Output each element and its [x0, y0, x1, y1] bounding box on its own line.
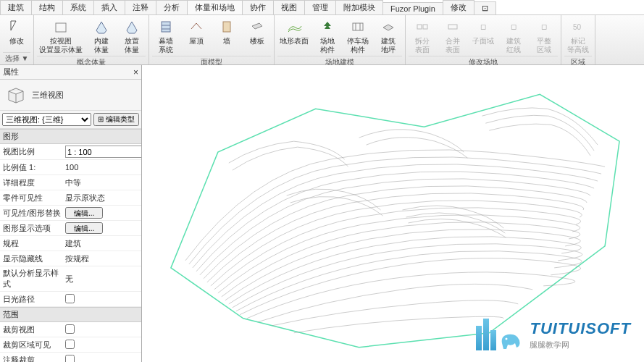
- group-label-select[interactable]: 选择 ▼: [3, 52, 30, 64]
- svg-rect-4: [223, 22, 230, 32]
- vis-edit-button[interactable]: 编辑...: [65, 207, 103, 219]
- roof-button[interactable]: 屋顶: [183, 17, 210, 47]
- wall-button[interactable]: 墙: [213, 17, 241, 47]
- tab-2[interactable]: 系统: [62, 0, 94, 14]
- svg-rect-9: [423, 25, 427, 29]
- tab-bar: 建筑结构系统插入注释分析体量和场地协作视图管理附加模块Fuzor Plugin修…: [0, 0, 644, 15]
- propline-button: ◻建筑红线: [500, 17, 527, 56]
- tab-3[interactable]: 插入: [93, 0, 125, 14]
- subregion-button: ◻子面域: [469, 17, 497, 47]
- crop-check[interactable]: [65, 324, 75, 334]
- type-icon: [4, 85, 26, 104]
- tab-0[interactable]: 建筑: [0, 0, 32, 14]
- cropvis-check[interactable]: [65, 340, 75, 349]
- ribbon: 修改 选择 ▼ 按视图设置显示体量 内建体量 放置体量 概念体量 幕墙系统 屋顶…: [0, 15, 644, 65]
- place-mass-button[interactable]: 放置体量: [118, 17, 146, 56]
- svg-rect-8: [417, 25, 422, 29]
- close-icon[interactable]: ×: [133, 67, 138, 77]
- tab-10[interactable]: 附加模块: [335, 0, 383, 14]
- flat-button: ◻平整区域: [530, 17, 558, 56]
- tab-7[interactable]: 协作: [242, 0, 274, 14]
- sunpath-check[interactable]: [65, 294, 75, 303]
- topo-button[interactable]: 地形表面: [277, 17, 311, 47]
- curtain-button[interactable]: 幕墙系统: [152, 17, 180, 56]
- svg-rect-10: [448, 25, 457, 29]
- svg-text:50: 50: [573, 23, 582, 31]
- edit-type-button[interactable]: ⊞ 编辑类型: [93, 113, 139, 126]
- watermark: TUITUISOFT 腿腿教学网: [476, 319, 631, 350]
- tab-5[interactable]: 分析: [156, 0, 188, 14]
- tab-6[interactable]: 体量和场地: [187, 0, 243, 14]
- tab-13[interactable]: ⊡: [474, 1, 496, 14]
- property-grid[interactable]: 图形 视图比例 比例值 1:100 详细程度中等 零件可见性显示原状态 可见性/…: [0, 129, 141, 362]
- pad-button[interactable]: 建筑地坪: [375, 17, 402, 56]
- byview-button[interactable]: 按视图设置显示体量: [37, 17, 85, 56]
- scale-input[interactable]: [65, 146, 141, 158]
- tab-9[interactable]: 管理: [304, 0, 336, 14]
- modify-button[interactable]: 修改: [3, 17, 30, 47]
- terrain-surface[interactable]: [142, 65, 644, 362]
- parking-button[interactable]: 停车场构件: [344, 17, 372, 56]
- section-extent[interactable]: 范围: [0, 307, 141, 322]
- annot-check[interactable]: [65, 355, 75, 363]
- contour-tag-button: 50标记等高线: [564, 17, 592, 56]
- tab-4[interactable]: 注释: [125, 0, 156, 14]
- gfx-edit-button[interactable]: 编辑...: [65, 222, 103, 234]
- instance-select[interactable]: 三维视图: {三维}: [2, 113, 91, 126]
- viewport-3d[interactable]: TUITUISOFT 腿腿教学网: [142, 65, 644, 362]
- split-button: 拆分表面: [409, 17, 436, 56]
- tab-8[interactable]: 视图: [273, 0, 305, 14]
- svg-rect-0: [56, 23, 66, 32]
- svg-point-12: [506, 338, 508, 340]
- tab-11[interactable]: Fuzor Plugin: [382, 2, 443, 14]
- properties-panel: 属性× 三维视图 三维视图: {三维} ⊞ 编辑类型 图形 视图比例 比例值 1…: [0, 65, 142, 362]
- panel-title: 属性: [3, 67, 19, 77]
- elephant-icon: [498, 330, 522, 350]
- tab-1[interactable]: 结构: [31, 0, 63, 14]
- type-name[interactable]: 三维视图: [32, 90, 64, 101]
- site-comp-button[interactable]: 场地构件: [314, 17, 341, 56]
- merge-button: 合并表面: [439, 17, 467, 56]
- section-graphics[interactable]: 图形: [0, 129, 141, 144]
- floor-button[interactable]: 楼板: [243, 17, 271, 47]
- svg-rect-1: [162, 22, 170, 32]
- inplace-mass-button[interactable]: 内建体量: [88, 17, 115, 56]
- tab-12[interactable]: 修改: [443, 0, 474, 14]
- svg-rect-5: [353, 23, 363, 30]
